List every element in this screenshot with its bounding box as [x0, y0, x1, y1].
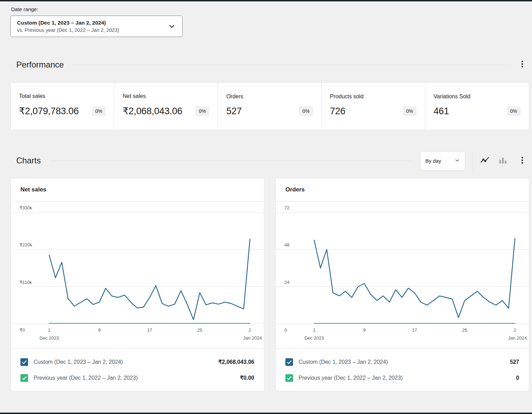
interval-select-value: By day — [425, 158, 441, 164]
stat-delta-badge: 0% — [92, 106, 106, 116]
stat-delta-badge: 0% — [507, 106, 521, 116]
orders-chart-card: Orders 72482401917252Dec 2023Jan 2024 Cu… — [275, 178, 529, 391]
stat-card-net-sales[interactable]: Net sales ₹2,068,043.06 0% — [114, 83, 218, 130]
net-sales-chart-card: Net sales ₹330k₹220k₹110k₹01917252Dec 20… — [10, 178, 264, 391]
performance-title: Performance — [16, 60, 64, 70]
svg-text:0: 0 — [284, 327, 287, 333]
date-range-comparison: vs. Previous year (Dec 1, 2022 – Jan 2, … — [17, 27, 119, 33]
svg-text:2: 2 — [249, 327, 251, 333]
bar-chart-type-button[interactable] — [497, 155, 508, 167]
legend-row-previous-period[interactable]: Previous year (Dec 1, 2022 – Jan 2, 2023… — [11, 370, 264, 386]
legend-label: Previous year (Dec 1, 2022 – Jan 2, 2023… — [299, 375, 511, 381]
series-checkbox-checked-icon[interactable] — [285, 374, 293, 382]
series-checkbox-checked-icon[interactable] — [20, 374, 28, 382]
legend-label: Previous year (Dec 1, 2022 – Jan 2, 2023… — [34, 375, 234, 381]
stat-card-total-sales[interactable]: Total sales ₹2,079,783.06 0% — [11, 83, 114, 130]
series-checkbox-checked-icon[interactable] — [20, 358, 28, 366]
analytics-page: Date range: Custom (Dec 1, 2023 – Jan 2,… — [0, 0, 532, 391]
stat-label: Total sales — [19, 93, 106, 99]
stat-value: 726 — [330, 106, 345, 117]
chart-legend: Custom (Dec 1, 2023 – Jan 2, 2024) ₹2,06… — [11, 348, 264, 391]
vertical-divider — [472, 151, 472, 170]
performance-menu-button[interactable] — [515, 59, 529, 70]
section-divider — [73, 64, 506, 65]
svg-text:9: 9 — [363, 327, 365, 333]
line-chart-icon — [480, 155, 490, 166]
svg-text:Jan 2024: Jan 2024 — [243, 335, 262, 341]
section-divider — [50, 161, 411, 161]
chart-legend: Custom (Dec 1, 2023 – Jan 2, 2024) 527 P… — [276, 348, 529, 391]
chart-plot-area: 72482401917252Dec 2023Jan 2024 — [276, 201, 529, 348]
chevron-down-icon — [454, 158, 460, 164]
chevron-down-icon — [168, 22, 176, 30]
series-checkbox-checked-icon[interactable] — [285, 358, 293, 366]
legend-label: Custom (Dec 1, 2023 – Jan 2, 2024) — [299, 359, 504, 365]
svg-text:₹0: ₹0 — [19, 327, 25, 333]
svg-text:72: 72 — [284, 205, 290, 210]
legend-value: 527 — [510, 359, 519, 365]
svg-text:1: 1 — [48, 327, 50, 333]
bar-chart-icon — [498, 155, 508, 166]
charts-row: Net sales ₹330k₹220k₹110k₹01917252Dec 20… — [10, 178, 529, 391]
stat-label: Products sold — [330, 93, 417, 100]
performance-stats-row: Total sales ₹2,079,783.06 0% Net sales ₹… — [10, 82, 529, 130]
stat-label: Net sales — [123, 93, 209, 99]
stat-value: ₹2,079,783.06 — [19, 106, 79, 117]
chart-title: Net sales — [11, 178, 264, 201]
date-range-label: Date range: — [11, 6, 529, 12]
stat-card-variations-sold[interactable]: Variations Sold 461 0% — [425, 83, 529, 130]
svg-text:9: 9 — [98, 327, 100, 333]
stat-card-orders[interactable]: Orders 527 0% — [218, 83, 321, 130]
svg-text:1: 1 — [313, 327, 315, 333]
stat-label: Orders — [226, 93, 313, 100]
chart-title: Orders — [276, 178, 529, 201]
line-chart-type-button[interactable] — [479, 155, 490, 167]
stat-delta-badge: 0% — [403, 106, 417, 116]
performance-header: Performance — [16, 59, 529, 70]
charts-menu-button[interactable] — [515, 155, 529, 166]
net-sales-line-chart[interactable]: ₹330k₹220k₹110k₹01917252Dec 2023Jan 2024 — [11, 204, 264, 343]
stat-delta-badge: 0% — [299, 106, 313, 116]
stat-delta-badge: 0% — [195, 106, 209, 116]
stat-value: 527 — [226, 106, 241, 117]
date-range-dropdown[interactable]: Custom (Dec 1, 2023 – Jan 2, 2024) vs. P… — [10, 16, 183, 37]
svg-text:25: 25 — [197, 327, 202, 333]
interval-select[interactable]: By day — [420, 151, 465, 170]
legend-row-current-period[interactable]: Custom (Dec 1, 2023 – Jan 2, 2024) ₹2,06… — [11, 354, 264, 370]
svg-text:₹330k: ₹330k — [19, 205, 32, 210]
legend-label: Custom (Dec 1, 2023 – Jan 2, 2024) — [34, 359, 213, 365]
charts-header: Charts By day — [16, 151, 529, 170]
svg-text:17: 17 — [147, 327, 152, 333]
svg-text:Dec 2023: Dec 2023 — [304, 335, 324, 341]
chart-plot-area: ₹330k₹220k₹110k₹01917252Dec 2023Jan 2024 — [11, 201, 264, 348]
charts-title: Charts — [16, 156, 41, 165]
legend-row-previous-period[interactable]: Previous year (Dec 1, 2022 – Jan 2, 2023… — [276, 370, 529, 386]
kebab-menu-icon — [518, 156, 526, 165]
date-range-text: Custom (Dec 1, 2023 – Jan 2, 2024) vs. P… — [17, 20, 119, 33]
stat-value: ₹2,068,043.06 — [123, 106, 182, 117]
svg-text:₹220k: ₹220k — [19, 242, 32, 248]
kebab-menu-icon — [518, 60, 526, 69]
svg-text:₹110k: ₹110k — [19, 280, 32, 285]
svg-text:24: 24 — [284, 280, 290, 285]
window-top-edge — [0, 0, 532, 1]
svg-text:Jan 2024: Jan 2024 — [508, 335, 527, 341]
svg-text:2: 2 — [514, 327, 516, 333]
stat-card-products-sold[interactable]: Products sold 726 0% — [322, 83, 425, 130]
svg-text:17: 17 — [412, 327, 417, 333]
legend-value: ₹0.00 — [240, 375, 254, 381]
chart-controls: By day — [420, 151, 529, 170]
orders-line-chart[interactable]: 72482401917252Dec 2023Jan 2024 — [276, 204, 529, 343]
svg-text:25: 25 — [462, 327, 467, 333]
legend-value: ₹2,068,043.06 — [218, 359, 254, 365]
legend-value: 0 — [516, 375, 519, 381]
svg-text:Dec 2023: Dec 2023 — [39, 335, 59, 341]
stat-value: 461 — [434, 106, 449, 117]
window-bottom-edge — [0, 413, 532, 414]
svg-text:48: 48 — [284, 242, 290, 248]
legend-row-current-period[interactable]: Custom (Dec 1, 2023 – Jan 2, 2024) 527 — [276, 354, 529, 370]
date-range-current: Custom (Dec 1, 2023 – Jan 2, 2024) — [17, 20, 119, 26]
stat-label: Variations Sold — [434, 93, 521, 100]
